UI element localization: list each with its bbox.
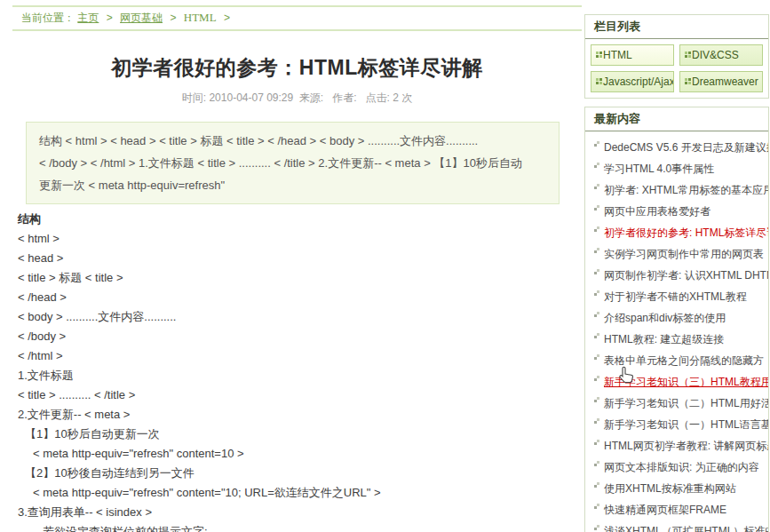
article-body: 结构 < html > < head > < title > 标题 < titl…: [12, 210, 582, 532]
list-item-label: 网页中应用表格爱好者: [604, 204, 710, 219]
article-line: 3.查询用表单-- < isindex >: [18, 503, 582, 522]
list-item[interactable]: 快速精通网页框架FRAME: [594, 499, 768, 520]
article-line: < /html >: [18, 346, 582, 366]
article-line: < html >: [18, 229, 582, 249]
hand-cursor-icon: [619, 366, 634, 384]
list-item[interactable]: 学习HTML 4.0事件属性: [594, 158, 768, 179]
list-item-label: 实例学习网页制作中常用的网页表: [604, 247, 764, 262]
list-item-label: 浅谈XHTML（可扩展HTML）标准中: [604, 524, 768, 532]
list-item[interactable]: 浅谈XHTML（可扩展HTML）标准中: [594, 520, 768, 532]
bullet-icon: [594, 293, 597, 296]
list-item[interactable]: 新手学习老知识（一）HTML语言基础: [594, 414, 768, 435]
category-button-dreamweaver[interactable]: Dreamweaver: [679, 71, 763, 92]
bullet-icon: [594, 506, 597, 509]
list-item[interactable]: HTML教程: 建立超级连接: [594, 329, 768, 350]
breadcrumb-label: 当前位置：: [21, 12, 75, 24]
category-list-title: 栏目列表: [585, 15, 768, 39]
list-item-label: 快速精通网页框架FRAME: [604, 503, 726, 518]
bullet-icon: [594, 485, 597, 488]
article-summary-box: 结构 < html > < head > < title > 标题 < titl…: [26, 122, 560, 204]
bullet-icon: [594, 400, 597, 402]
bullet-icon: [594, 250, 597, 253]
category-button-javascript-ajax[interactable]: Javascript/Ajax: [591, 71, 674, 92]
bullet-icon: [594, 528, 597, 530]
bullet-icon: [594, 357, 597, 360]
list-item-label: 初学者很好的参考: HTML标签详尽讲: [604, 226, 768, 241]
category-icon: [685, 55, 687, 58]
list-item[interactable]: 使用XHTML按标准重构网站: [594, 478, 768, 499]
article-meta: 时间: 2010-04-07 09:29 来源: 作者: 点击: 2 次: [12, 91, 582, 106]
list-item[interactable]: 网页文本排版知识: 为正确的内容: [594, 457, 768, 478]
bullet-icon: [594, 187, 597, 189]
latest-content-title: 最新内容: [585, 107, 768, 131]
summary-line: 结构 < html > < head > < title > 标题 < titl…: [39, 130, 546, 152]
list-item-label: 初学者: XHTML常用标签的基本应用指: [604, 183, 768, 198]
list-item[interactable]: 网页中应用表格爱好者: [594, 201, 768, 222]
list-item[interactable]: 实例学习网页制作中常用的网页表: [594, 243, 768, 265]
sidebar: 栏目列表 HTML DIV&CSS Javascript/Ajax Dreamw…: [584, 14, 769, 532]
list-item[interactable]: 新手学习老知识（二）HTML用好活动: [594, 393, 768, 414]
bullet-icon: [594, 421, 597, 424]
article-line: < meta http-equiv="refresh" content=10 >: [18, 444, 582, 464]
breadcrumb-link-html[interactable]: HTML: [184, 11, 217, 24]
article-line: < title > .......... < /title >: [18, 385, 582, 405]
article-line: 【1】10秒后自动更新一次: [18, 425, 582, 444]
bullet-icon: [594, 208, 597, 210]
breadcrumb-link-section[interactable]: 网页基础: [120, 12, 163, 24]
list-item-current-article[interactable]: 初学者很好的参考: HTML标签详尽讲: [594, 222, 768, 243]
bullet-icon: [594, 314, 597, 317]
article-line: 若欲设定查询栏位前的提示文字:: [18, 522, 582, 532]
breadcrumb-separator: >: [224, 12, 230, 24]
list-item[interactable]: 对于初学者不错的XHTML教程: [594, 286, 768, 307]
bullet-icon: [594, 165, 597, 168]
breadcrumb-separator: >: [170, 12, 176, 24]
article-line: 1.文件标题: [18, 366, 582, 385]
breadcrumb-link-home[interactable]: 主页: [77, 12, 99, 24]
article-line: 【2】10秒後自动连结到另一文件: [18, 464, 582, 483]
breadcrumb-separator: >: [107, 12, 113, 24]
article-line: < body > ..........文件内容..........: [18, 307, 582, 327]
category-button-label: DIV&CSS: [692, 49, 739, 61]
article-line: < meta http-equiv="refresh" content="10;…: [18, 483, 582, 503]
latest-content-box: 最新内容 DedeCMS V5.6 开发日志及新建议提交 学习HTML 4.0事…: [584, 107, 769, 532]
article-line: 2.文件更新-- < meta >: [18, 405, 582, 425]
list-item-label: DedeCMS V5.6 开发日志及新建议提交: [604, 140, 768, 155]
page-title: 初学者很好的参考：HTML标签详尽讲解: [12, 54, 582, 82]
category-list-box: 栏目列表 HTML DIV&CSS Javascript/Ajax Dreamw…: [584, 14, 769, 99]
main-column: 当前位置： 主页 > 网页基础 > HTML > 初学者很好的参考：HTML标签…: [12, 0, 582, 532]
list-item[interactable]: DedeCMS V5.6 开发日志及新建议提交: [594, 137, 768, 158]
list-item[interactable]: 初学者: XHTML常用标签的基本应用指: [594, 179, 768, 201]
category-button-divcss[interactable]: DIV&CSS: [679, 44, 763, 66]
bullet-icon: [594, 464, 597, 466]
list-item-label: HTML网页初学者教程: 讲解网页标题: [604, 439, 768, 454]
bullet-icon: [594, 442, 597, 445]
bullet-icon: [594, 272, 597, 274]
list-item-label: 网页制作初学者: 认识XHTML DHTML S: [604, 268, 768, 283]
list-item-label: HTML教程: 建立超级连接: [604, 332, 724, 347]
bullet-icon: [594, 229, 597, 232]
category-button-label: Javascript/Ajax: [603, 75, 674, 88]
breadcrumb: 当前位置： 主页 > 网页基础 > HTML >: [12, 5, 582, 31]
article-line: < title > 标题 < title >: [18, 268, 582, 288]
category-button-grid: HTML DIV&CSS Javascript/Ajax Dreamweaver: [585, 39, 768, 98]
category-icon: [685, 82, 687, 84]
list-item-label: 新手学习老知识（二）HTML用好活动: [604, 396, 768, 411]
article-line: < /body >: [18, 327, 582, 346]
summary-line: < /body > < /html > 1.文件标题 < title > ...…: [39, 152, 546, 174]
category-button-html[interactable]: HTML: [591, 44, 674, 66]
article-section-heading: 结构: [18, 210, 582, 229]
list-item[interactable]: 介绍span和div标签的使用: [594, 307, 768, 329]
bullet-icon: [594, 378, 597, 381]
summary-line: 更新一次 < meta http-equiv=refresh": [39, 174, 546, 196]
bullet-icon: [594, 144, 597, 147]
latest-content-list: DedeCMS V5.6 开发日志及新建议提交 学习HTML 4.0事件属性 初…: [585, 131, 768, 532]
category-button-label: Dreamweaver: [692, 75, 758, 88]
list-item-label: 使用XHTML按标准重构网站: [604, 481, 736, 496]
category-icon: [596, 82, 599, 84]
list-item[interactable]: 网页制作初学者: 认识XHTML DHTML S: [594, 265, 768, 286]
list-item-label: 介绍span和div标签的使用: [604, 311, 726, 326]
list-item-label: 网页文本排版知识: 为正确的内容: [604, 460, 759, 475]
list-item-label: 新手学习老知识（一）HTML语言基础: [604, 417, 768, 433]
list-item[interactable]: HTML网页初学者教程: 讲解网页标题: [594, 435, 768, 457]
list-item-label: 学习HTML 4.0事件属性: [604, 162, 714, 177]
